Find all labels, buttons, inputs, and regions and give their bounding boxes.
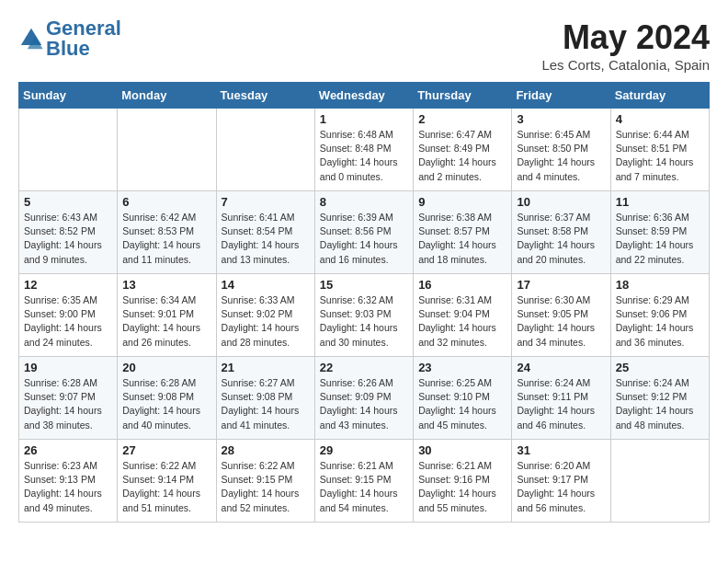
day-cell-12: 12Sunrise: 6:35 AM Sunset: 9:00 PM Dayli… bbox=[19, 274, 118, 357]
day-cell-10: 10Sunrise: 6:37 AM Sunset: 8:58 PM Dayli… bbox=[512, 191, 610, 274]
day-number: 23 bbox=[418, 361, 506, 374]
day-cell-14: 14Sunrise: 6:33 AM Sunset: 9:02 PM Dayli… bbox=[216, 274, 314, 357]
day-number: 1 bbox=[320, 112, 408, 126]
day-info: Sunrise: 6:22 AM Sunset: 9:15 PM Dayligh… bbox=[222, 459, 310, 515]
day-number: 6 bbox=[122, 195, 210, 209]
day-info: Sunrise: 6:32 AM Sunset: 9:03 PM Dayligh… bbox=[320, 293, 408, 350]
day-number: 12 bbox=[24, 278, 112, 292]
day-number: 14 bbox=[222, 278, 310, 292]
day-cell-8: 8Sunrise: 6:39 AM Sunset: 8:56 PM Daylig… bbox=[314, 191, 413, 274]
empty-cell bbox=[610, 440, 709, 523]
day-number: 3 bbox=[517, 112, 605, 126]
page-header: General Blue May 2024 Les Corts, Catalon… bbox=[18, 18, 710, 73]
day-info: Sunrise: 6:44 AM Sunset: 8:51 PM Dayligh… bbox=[616, 128, 704, 184]
day-cell-4: 4Sunrise: 6:44 AM Sunset: 8:51 PM Daylig… bbox=[610, 109, 709, 191]
logo-text: General Blue bbox=[46, 18, 121, 59]
day-number: 19 bbox=[24, 361, 112, 374]
day-number: 28 bbox=[222, 443, 310, 457]
day-number: 21 bbox=[222, 361, 310, 374]
week-row-4: 19Sunrise: 6:28 AM Sunset: 9:07 PM Dayli… bbox=[19, 357, 710, 440]
location: Les Corts, Catalonia, Spain bbox=[541, 57, 710, 73]
day-number: 16 bbox=[418, 278, 506, 292]
week-row-3: 12Sunrise: 6:35 AM Sunset: 9:00 PM Dayli… bbox=[19, 274, 710, 357]
day-info: Sunrise: 6:24 AM Sunset: 9:12 PM Dayligh… bbox=[616, 376, 704, 432]
day-number: 27 bbox=[122, 443, 210, 457]
day-info: Sunrise: 6:48 AM Sunset: 8:48 PM Dayligh… bbox=[320, 128, 408, 184]
day-cell-24: 24Sunrise: 6:24 AM Sunset: 9:11 PM Dayli… bbox=[512, 357, 610, 440]
day-info: Sunrise: 6:42 AM Sunset: 8:53 PM Dayligh… bbox=[122, 211, 210, 267]
day-info: Sunrise: 6:20 AM Sunset: 9:17 PM Dayligh… bbox=[517, 459, 605, 515]
day-info: Sunrise: 6:39 AM Sunset: 8:56 PM Dayligh… bbox=[320, 211, 408, 267]
day-number: 18 bbox=[616, 278, 704, 292]
calendar-table: SundayMondayTuesdayWednesdayThursdayFrid… bbox=[18, 82, 710, 523]
empty-cell bbox=[216, 109, 314, 191]
day-info: Sunrise: 6:35 AM Sunset: 9:00 PM Dayligh… bbox=[24, 293, 112, 350]
header-day-tuesday: Tuesday bbox=[216, 83, 314, 109]
day-number: 5 bbox=[24, 195, 112, 209]
day-cell-3: 3Sunrise: 6:45 AM Sunset: 8:50 PM Daylig… bbox=[512, 109, 610, 191]
day-cell-15: 15Sunrise: 6:32 AM Sunset: 9:03 PM Dayli… bbox=[314, 274, 413, 357]
empty-cell bbox=[19, 109, 118, 191]
day-cell-27: 27Sunrise: 6:22 AM Sunset: 9:14 PM Dayli… bbox=[118, 440, 216, 523]
day-info: Sunrise: 6:30 AM Sunset: 9:05 PM Dayligh… bbox=[517, 293, 605, 350]
header-row: SundayMondayTuesdayWednesdayThursdayFrid… bbox=[19, 83, 710, 109]
day-info: Sunrise: 6:43 AM Sunset: 8:52 PM Dayligh… bbox=[24, 211, 112, 267]
day-info: Sunrise: 6:22 AM Sunset: 9:14 PM Dayligh… bbox=[122, 459, 210, 515]
day-info: Sunrise: 6:21 AM Sunset: 9:16 PM Dayligh… bbox=[418, 459, 506, 515]
day-cell-30: 30Sunrise: 6:21 AM Sunset: 9:16 PM Dayli… bbox=[414, 440, 512, 523]
day-cell-20: 20Sunrise: 6:28 AM Sunset: 9:08 PM Dayli… bbox=[118, 357, 216, 440]
day-number: 9 bbox=[418, 195, 506, 209]
day-info: Sunrise: 6:37 AM Sunset: 8:58 PM Dayligh… bbox=[517, 211, 605, 267]
day-number: 4 bbox=[616, 112, 704, 126]
calendar-body: 1Sunrise: 6:48 AM Sunset: 8:48 PM Daylig… bbox=[19, 109, 710, 523]
day-info: Sunrise: 6:41 AM Sunset: 8:54 PM Dayligh… bbox=[222, 211, 310, 267]
day-info: Sunrise: 6:24 AM Sunset: 9:11 PM Dayligh… bbox=[517, 376, 605, 432]
day-cell-11: 11Sunrise: 6:36 AM Sunset: 8:59 PM Dayli… bbox=[610, 191, 709, 274]
day-cell-18: 18Sunrise: 6:29 AM Sunset: 9:06 PM Dayli… bbox=[610, 274, 709, 357]
day-info: Sunrise: 6:36 AM Sunset: 8:59 PM Dayligh… bbox=[616, 211, 704, 267]
day-info: Sunrise: 6:21 AM Sunset: 9:15 PM Dayligh… bbox=[320, 459, 408, 515]
empty-cell bbox=[118, 109, 216, 191]
week-row-1: 1Sunrise: 6:48 AM Sunset: 8:48 PM Daylig… bbox=[19, 109, 710, 191]
header-day-friday: Friday bbox=[512, 83, 610, 109]
day-info: Sunrise: 6:47 AM Sunset: 8:49 PM Dayligh… bbox=[418, 128, 506, 184]
day-cell-5: 5Sunrise: 6:43 AM Sunset: 8:52 PM Daylig… bbox=[19, 191, 118, 274]
day-info: Sunrise: 6:26 AM Sunset: 9:09 PM Dayligh… bbox=[320, 376, 408, 432]
day-cell-17: 17Sunrise: 6:30 AM Sunset: 9:05 PM Dayli… bbox=[512, 274, 610, 357]
day-number: 10 bbox=[517, 195, 605, 209]
day-number: 13 bbox=[122, 278, 210, 292]
day-info: Sunrise: 6:31 AM Sunset: 9:04 PM Dayligh… bbox=[418, 293, 506, 350]
month-title: May 2024 bbox=[541, 18, 710, 57]
day-cell-21: 21Sunrise: 6:27 AM Sunset: 9:08 PM Dayli… bbox=[216, 357, 314, 440]
header-day-monday: Monday bbox=[118, 83, 216, 109]
day-number: 31 bbox=[517, 443, 605, 457]
week-row-5: 26Sunrise: 6:23 AM Sunset: 9:13 PM Dayli… bbox=[19, 440, 710, 523]
day-cell-9: 9Sunrise: 6:38 AM Sunset: 8:57 PM Daylig… bbox=[414, 191, 512, 274]
calendar-header: SundayMondayTuesdayWednesdayThursdayFrid… bbox=[19, 83, 710, 109]
day-number: 30 bbox=[418, 443, 506, 457]
day-cell-19: 19Sunrise: 6:28 AM Sunset: 9:07 PM Dayli… bbox=[19, 357, 118, 440]
day-info: Sunrise: 6:25 AM Sunset: 9:10 PM Dayligh… bbox=[418, 376, 506, 432]
day-cell-31: 31Sunrise: 6:20 AM Sunset: 9:17 PM Dayli… bbox=[512, 440, 610, 523]
day-cell-23: 23Sunrise: 6:25 AM Sunset: 9:10 PM Dayli… bbox=[414, 357, 512, 440]
day-number: 25 bbox=[616, 361, 704, 374]
header-day-sunday: Sunday bbox=[19, 83, 118, 109]
day-cell-28: 28Sunrise: 6:22 AM Sunset: 9:15 PM Dayli… bbox=[216, 440, 314, 523]
day-number: 22 bbox=[320, 361, 408, 374]
day-info: Sunrise: 6:38 AM Sunset: 8:57 PM Dayligh… bbox=[418, 211, 506, 267]
day-number: 26 bbox=[24, 443, 112, 457]
day-cell-6: 6Sunrise: 6:42 AM Sunset: 8:53 PM Daylig… bbox=[118, 191, 216, 274]
day-cell-22: 22Sunrise: 6:26 AM Sunset: 9:09 PM Dayli… bbox=[314, 357, 413, 440]
day-number: 11 bbox=[616, 195, 704, 209]
logo: General Blue bbox=[18, 18, 121, 59]
day-number: 20 bbox=[122, 361, 210, 374]
day-cell-25: 25Sunrise: 6:24 AM Sunset: 9:12 PM Dayli… bbox=[610, 357, 709, 440]
day-number: 29 bbox=[320, 443, 408, 457]
day-info: Sunrise: 6:29 AM Sunset: 9:06 PM Dayligh… bbox=[616, 293, 704, 350]
day-info: Sunrise: 6:28 AM Sunset: 9:08 PM Dayligh… bbox=[122, 376, 210, 432]
logo-blue: Blue bbox=[46, 37, 90, 60]
header-day-saturday: Saturday bbox=[610, 83, 709, 109]
day-cell-7: 7Sunrise: 6:41 AM Sunset: 8:54 PM Daylig… bbox=[216, 191, 314, 274]
logo-icon bbox=[18, 26, 44, 52]
day-info: Sunrise: 6:28 AM Sunset: 9:07 PM Dayligh… bbox=[24, 376, 112, 432]
